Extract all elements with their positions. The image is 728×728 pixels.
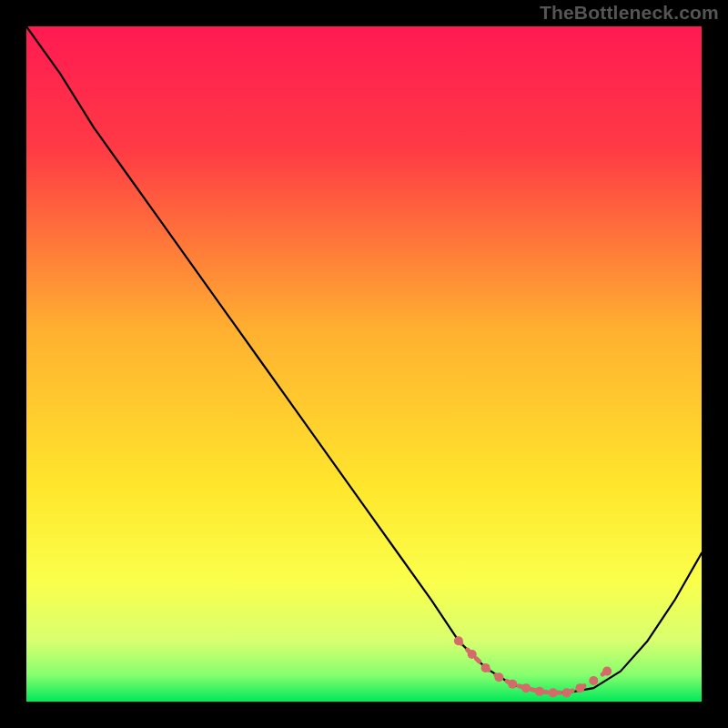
- watermark-text: TheBottleneck.com: [540, 2, 719, 24]
- optimal-range-marker: [454, 636, 463, 645]
- optimal-range-marker: [481, 663, 490, 672]
- optimal-range-marker: [535, 687, 544, 696]
- gradient-background: [26, 26, 702, 702]
- optimal-range-marker: [589, 676, 598, 685]
- optimal-range-marker: [468, 650, 477, 659]
- optimal-range-marker: [602, 667, 612, 676]
- optimal-range-marker: [562, 688, 571, 697]
- chart-container: TheBottleneck.com: [0, 0, 728, 728]
- optimal-range-marker: [575, 683, 584, 693]
- optimal-range-marker: [508, 680, 517, 689]
- plot-area: [26, 26, 702, 702]
- chart-svg: [26, 26, 702, 702]
- optimal-range-marker: [521, 683, 531, 693]
- optimal-range-marker: [494, 672, 503, 682]
- optimal-range-marker: [549, 688, 558, 697]
